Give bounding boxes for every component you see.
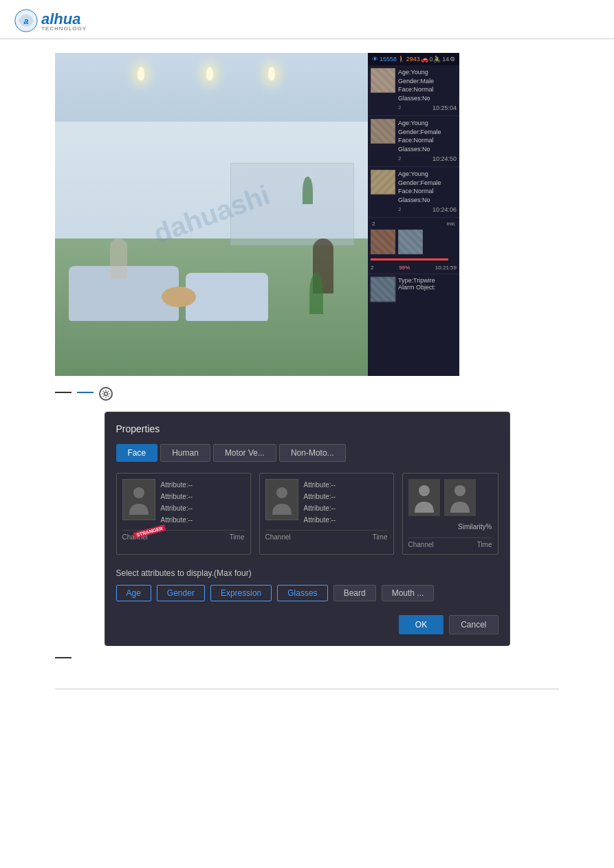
light-bulb-1 — [138, 67, 144, 80]
tripwire-info: Type:Tripwire Alarm Object: — [398, 277, 436, 302]
logo: a alhua TECHNOLOGY — [14, 8, 87, 33]
card-stranger: Attribute:-- Attribute:-- Attribute:-- A… — [116, 473, 251, 555]
thumb-4a — [371, 230, 395, 254]
person-2 — [110, 238, 127, 280]
svg-point-4 — [276, 487, 287, 498]
card-avatar-1 — [122, 479, 155, 520]
main-content: dahuashi 👁 15558 🚶 2943 🚗 0 — [0, 39, 614, 675]
card-footer-3: Channel Time — [408, 537, 492, 548]
card-normal-body: Attribute:-- Attribute:-- Attribute:-- A… — [265, 479, 388, 526]
cog-icon — [101, 389, 111, 399]
dahua-logo-icon: a — [14, 8, 39, 33]
tab-nonmotor[interactable]: Non-Moto... — [279, 444, 346, 462]
attr-btn-mouth[interactable]: Mouth ... — [382, 585, 435, 601]
svg-text:a: a — [23, 16, 28, 26]
svg-point-6 — [454, 485, 465, 496]
face-pixelated-5 — [371, 277, 395, 302]
bottom-separator — [55, 689, 559, 689]
dialog-footer: OK Cancel — [116, 615, 498, 634]
person-avatar-2 — [270, 485, 294, 515]
attr-buttons: Age Gender Expression Glasses Beard Mout… — [116, 585, 498, 601]
logo-subtext: TECHNOLOGY — [41, 25, 87, 32]
tab-human[interactable]: Human — [160, 444, 210, 462]
thumb-5 — [371, 277, 395, 302]
dialog-title: Properties — [116, 423, 498, 434]
card-attrs-1: Attribute:-- Attribute:-- Attribute:-- A… — [161, 479, 193, 526]
similarity-label: Similarity% — [408, 523, 492, 531]
surveillance-container: dahuashi 👁 15558 🚶 2943 🚗 0 — [55, 53, 559, 376]
step-row — [55, 387, 559, 401]
settings-cog-button[interactable] — [99, 387, 113, 401]
card-channel-2: Channel — [265, 533, 291, 541]
bottom-indicator — [55, 657, 559, 658]
card-similarity: Similarity% Channel Time — [402, 473, 498, 555]
footer-1: 2 10:25:04 — [398, 104, 457, 113]
card-normal: Attribute:-- Attribute:-- Attribute:-- A… — [259, 473, 394, 555]
bottom-line-indicator — [55, 657, 72, 658]
detection-entry-2[interactable]: Age:Young Gender:Female Face:Normal Glas… — [368, 116, 459, 167]
card-stranger-body: Attribute:-- Attribute:-- Attribute:-- A… — [122, 479, 245, 526]
office-scene: dahuashi — [55, 53, 368, 376]
count-vehicles: 🚗 0 — [421, 56, 433, 63]
detection-entry-1[interactable]: Age:Young Gender:Male Face:Normal Glasse… — [368, 65, 459, 116]
plant-1 — [309, 273, 323, 314]
settings-icon[interactable]: ⚙ — [450, 56, 455, 63]
plant-2 — [303, 177, 313, 204]
step-line-1 — [55, 392, 72, 393]
attr-btn-expression[interactable]: Expression — [210, 585, 272, 601]
thumb-1 — [371, 68, 395, 93]
detection-entries: Age:Young Gender:Male Face:Normal Glasse… — [368, 65, 459, 376]
card-channel-3: Channel — [408, 541, 434, 548]
svg-point-3 — [133, 487, 144, 498]
attr-btn-age[interactable]: Age — [116, 585, 151, 601]
face-pixelated-2 — [371, 119, 395, 144]
thumb-2 — [371, 119, 395, 144]
detection-info-2: Age:Young Gender:Female Face:Normal Glas… — [398, 119, 457, 164]
cancel-button[interactable]: Cancel — [449, 615, 498, 634]
step-line-2 — [77, 392, 94, 393]
header: a alhua TECHNOLOGY — [0, 0, 614, 39]
face-pixelated-3 — [371, 170, 395, 194]
face-icon: 🚶 — [397, 56, 405, 63]
sim-person-1 — [412, 482, 437, 513]
svg-point-5 — [419, 485, 430, 496]
tab-motor[interactable]: Motor Ve... — [213, 444, 276, 462]
properties-dialog: Properties Face Human Motor Ve... Non-Mo… — [105, 412, 510, 646]
thumb-4b — [398, 230, 423, 254]
count-motos: 🚴 14 — [433, 56, 449, 63]
match-bar — [371, 258, 448, 260]
select-attrs-label: Select attributes to display.(Max four) — [116, 568, 498, 578]
card-time-1: Time — [230, 533, 245, 541]
count-people: 👁 15558 — [372, 56, 397, 63]
light-bulb-3 — [268, 67, 275, 80]
table-round — [162, 287, 196, 307]
ok-button[interactable]: OK — [399, 615, 443, 634]
detection-entry-4[interactable]: 2 mic 2 99% 10: — [368, 218, 459, 274]
attr-btn-beard[interactable]: Beard — [333, 585, 376, 601]
desk-area — [230, 163, 354, 245]
sim-thumb-1 — [408, 479, 440, 516]
similarity-thumbs — [408, 479, 492, 516]
detection-entry-5[interactable]: Type:Tripwire Alarm Object: — [368, 274, 459, 304]
card-attrs-2: Attribute:-- Attribute:-- Attribute:-- A… — [304, 479, 336, 526]
thumb-3 — [371, 170, 395, 194]
people-icon: 👁 — [372, 56, 378, 63]
face-pixelated-1 — [371, 68, 395, 93]
video-feed: dahuashi — [55, 53, 368, 376]
sim-thumb-2 — [444, 479, 476, 516]
detection-cards: Attribute:-- Attribute:-- Attribute:-- A… — [116, 473, 498, 555]
card-footer-2: Channel Time — [265, 530, 388, 541]
detection-entry-3[interactable]: Age:Young Gender:Female Face:Normal Glas… — [368, 167, 459, 218]
attr-btn-glasses[interactable]: Glasses — [277, 585, 327, 601]
tab-row: Face Human Motor Ve... Non-Moto... — [116, 444, 498, 462]
face-pixelated-4a — [371, 230, 395, 254]
footer-2: 2 10:24:50 — [398, 155, 457, 164]
card-avatar-2 — [265, 479, 298, 520]
svg-point-2 — [105, 392, 108, 396]
logo-text: alhua — [41, 10, 80, 27]
attr-btn-gender[interactable]: Gender — [157, 585, 205, 601]
tab-face[interactable]: Face — [116, 444, 158, 462]
sofa-right — [186, 273, 268, 321]
card-time-3: Time — [477, 541, 492, 548]
moto-icon: 🚴 — [433, 56, 441, 63]
